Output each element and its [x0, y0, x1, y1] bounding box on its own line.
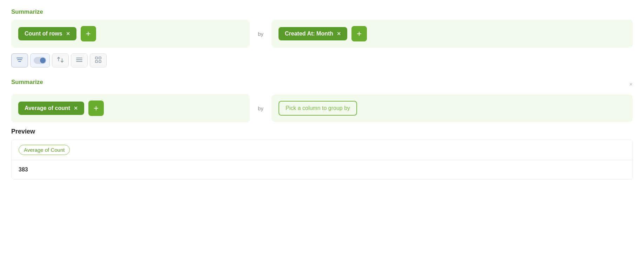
- preview-column-header: Average of Count: [19, 145, 70, 155]
- average-of-count-pill[interactable]: Average of count ✕: [18, 102, 84, 115]
- sort-toolbar-btn[interactable]: [52, 53, 69, 67]
- summarize-row-2: Average of count ✕ + by Pick a column to…: [11, 94, 633, 122]
- count-of-rows-label: Count of rows: [25, 31, 62, 37]
- list-toolbar-btn[interactable]: [71, 53, 88, 67]
- by-label-2: by: [255, 105, 266, 111]
- summarize-label-1: Summarize: [11, 8, 633, 15]
- metric-box-2: Average of count ✕ +: [11, 94, 250, 122]
- grid-toolbar-btn[interactable]: [90, 53, 107, 67]
- preview-title: Preview: [11, 128, 633, 135]
- average-of-count-close-icon[interactable]: ✕: [74, 105, 78, 111]
- toggle-toolbar-btn[interactable]: [30, 53, 50, 67]
- grid-icon: [95, 57, 101, 64]
- count-of-rows-pill[interactable]: Count of rows ✕: [18, 27, 76, 40]
- created-at-month-label: Created At: Month: [285, 31, 333, 37]
- preview-table-body: 383: [12, 160, 632, 179]
- pick-column-button[interactable]: Pick a column to group by: [279, 101, 357, 116]
- toggle-icon: [34, 57, 46, 64]
- sort-icon: [57, 57, 63, 64]
- average-of-count-label: Average of count: [25, 105, 70, 111]
- preview-table-header: Average of Count: [12, 140, 632, 160]
- summarize-section-1: Summarize Count of rows ✕ + by Created A…: [11, 8, 633, 48]
- add-group-button-1[interactable]: +: [351, 26, 367, 41]
- summarize-section-2: Summarize × Average of count ✕ + by Pick…: [11, 79, 633, 122]
- preview-value: 383: [19, 167, 28, 173]
- section-2-header: Summarize ×: [11, 79, 633, 90]
- add-metric-button-2[interactable]: +: [88, 100, 104, 116]
- svg-rect-6: [95, 57, 98, 59]
- by-label-1: by: [255, 31, 266, 37]
- metric-box-1: Count of rows ✕ +: [11, 20, 250, 48]
- created-at-month-close-icon[interactable]: ✕: [337, 31, 341, 37]
- preview-table: Average of Count 383: [11, 140, 633, 180]
- group-box-2: Pick a column to group by: [271, 95, 633, 122]
- group-box-1: Created At: Month ✕ +: [271, 20, 633, 48]
- svg-rect-7: [99, 57, 101, 59]
- svg-rect-8: [95, 60, 98, 63]
- count-of-rows-close-icon[interactable]: ✕: [66, 31, 70, 37]
- summarize-row-1: Count of rows ✕ + by Created At: Month ✕…: [11, 20, 633, 48]
- filter-icon: [16, 57, 23, 64]
- created-at-month-pill[interactable]: Created At: Month ✕: [279, 27, 347, 40]
- close-section-2-button[interactable]: ×: [629, 81, 633, 88]
- preview-section: Preview Average of Count 383: [11, 128, 633, 180]
- summarize-label-2: Summarize: [11, 79, 43, 86]
- add-metric-button-1[interactable]: +: [81, 26, 96, 41]
- toolbar-row: [11, 53, 633, 67]
- svg-rect-9: [99, 60, 101, 63]
- list-icon: [76, 57, 82, 64]
- filter-toolbar-btn[interactable]: [11, 53, 28, 67]
